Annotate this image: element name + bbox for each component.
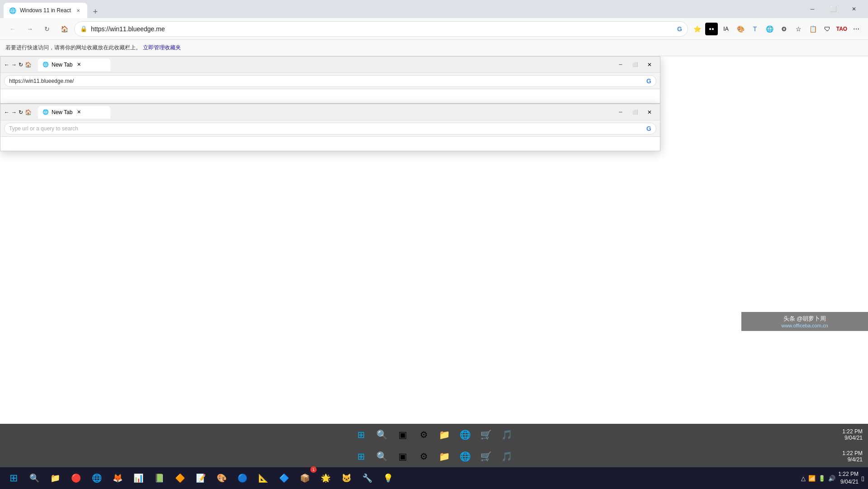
popup1-back-btn[interactable]: ← <box>4 62 9 68</box>
sim-tb2-edge-icon[interactable]: 🌐 <box>455 446 475 466</box>
popup1-refresh-btn[interactable]: ↻ <box>19 62 23 68</box>
more-button[interactable]: ⋯ <box>850 23 863 35</box>
settings-icon[interactable]: ⚙ <box>778 23 790 35</box>
popup2-close[interactable]: ✕ <box>643 106 656 119</box>
sim-tb2-settings-icon[interactable]: ⚙ <box>414 446 434 466</box>
system-clock[interactable]: 1:22 PM 9/04/21 <box>838 470 859 486</box>
ext2-icon[interactable]: 🎨 <box>734 23 747 35</box>
sim-tb2-taskview-icon[interactable]: ▣ <box>393 446 413 466</box>
firefox-button[interactable]: 🦊 <box>108 468 128 488</box>
sim-tb1-settings-icon[interactable]: ⚙ <box>414 425 434 445</box>
chrome-button[interactable]: 🔴 <box>66 468 86 488</box>
app4-button[interactable]: 📝 <box>191 468 211 488</box>
popup1-address-bar[interactable]: https://win11.blueedge.me/ G <box>4 75 656 87</box>
file-explorer-button[interactable]: 📁 <box>45 468 65 488</box>
home-button[interactable]: 🏠 <box>57 22 71 36</box>
ext3-icon[interactable]: T <box>749 23 761 35</box>
sim-tb1-windows-icon[interactable]: ⊞ <box>351 425 371 445</box>
address-bar[interactable]: 🔒 https://win11.blueedge.me G <box>74 21 688 37</box>
favorites-icon[interactable]: ☆ <box>792 23 805 35</box>
refresh-button[interactable]: ↻ <box>40 22 54 36</box>
popup1-tab[interactable]: 🌐 New Tab ✕ <box>38 58 110 71</box>
popup1-forward-btn[interactable]: → <box>11 62 17 68</box>
collections-icon[interactable]: 📋 <box>806 23 819 35</box>
google-login-button[interactable]: 登录 <box>816 69 850 85</box>
result-2-url: https://weibo.com › huluobozhou ▾ <box>18 211 362 217</box>
taskbar-right: △ 📶 🔋 🔊 1:22 PM 9/04/21 ▯ <box>801 470 864 486</box>
tab-active[interactable]: 🌐 Windows 11 in React ✕ <box>4 3 87 18</box>
app10-button[interactable]: 🌟 <box>316 468 336 488</box>
sim-tb2-store-icon[interactable]: 🛒 <box>476 446 496 466</box>
result-2-title[interactable]: 胡萝卜周 - 微博 <box>18 219 362 231</box>
result-3-title[interactable]: 胡萝卜周这个人靠谱吗？从他网站下载会不会有敲诈病毒？ - 知乎 <box>18 273 362 285</box>
popup2-back-btn[interactable]: ← <box>4 109 9 115</box>
app13-button[interactable]: 💡 <box>378 468 398 488</box>
popup2-tab-close[interactable]: ✕ <box>77 109 81 115</box>
star-icon[interactable]: ⭐ <box>691 23 703 35</box>
sim-tb2-files-icon[interactable]: 📁 <box>435 446 455 466</box>
sim-tb1-taskview-icon[interactable]: ▣ <box>393 425 413 445</box>
app12-button[interactable]: 🔧 <box>357 468 377 488</box>
app9-wrapper: 📦 1 <box>295 468 315 488</box>
flickr-icon[interactable]: ●● <box>705 23 718 35</box>
app11-button[interactable]: 🐱 <box>337 468 356 488</box>
sim-tb1-edge-icon[interactable]: 🌐 <box>455 425 475 445</box>
notification-icon[interactable]: △ <box>801 475 806 482</box>
popup2-minimize[interactable]: ─ <box>614 106 627 119</box>
tab-close-button[interactable]: ✕ <box>75 7 82 14</box>
manage-bookmarks-link[interactable]: 立即管理收藏夹 <box>143 44 181 52</box>
volume-icon[interactable]: 🔊 <box>828 475 835 482</box>
result-item-1: https://www.carrotchou.com ▾ 胡萝卜周博客- 免费软… <box>9 163 371 207</box>
minimize-button[interactable]: ─ <box>802 1 823 17</box>
app3-button[interactable]: 🔶 <box>170 468 190 488</box>
system-time: 1:22 PM <box>838 470 859 478</box>
popup2-forward-btn[interactable]: → <box>11 109 17 115</box>
app2-button[interactable]: 📗 <box>149 468 169 488</box>
google-settings-button[interactable]: ⚙ <box>774 69 790 85</box>
app6-button[interactable]: 🔵 <box>232 468 252 488</box>
popup2-tab[interactable]: 🌐 New Tab ✕ <box>38 106 110 119</box>
popup2-maximize[interactable]: ⬜ <box>628 106 642 119</box>
sim-tb1-store-icon[interactable]: 🛒 <box>476 425 496 445</box>
back-button[interactable]: ← <box>5 22 20 36</box>
result-1-arrow[interactable]: ▾ <box>93 168 96 173</box>
popup1-google-icon: G <box>646 77 651 85</box>
app8-button[interactable]: 🔷 <box>274 468 294 488</box>
popup1-tab-close[interactable]: ✕ <box>77 62 81 67</box>
popup1-close[interactable]: ✕ <box>643 58 656 71</box>
wifi-icon[interactable]: 📶 <box>808 475 816 482</box>
shield-icon[interactable]: 🛡 <box>821 23 834 35</box>
popup2-refresh-btn[interactable]: ↻ <box>19 109 23 115</box>
search-button[interactable]: 🔍 <box>24 468 44 488</box>
sim-tb1-search-icon[interactable]: 🔍 <box>372 425 392 445</box>
maximize-button[interactable]: ⬜ <box>823 1 844 17</box>
sim-tb1-files-icon[interactable]: 📁 <box>435 425 455 445</box>
popup2-address-bar[interactable]: Type url or a query to search G <box>4 123 656 134</box>
new-tab-button[interactable]: + <box>89 5 102 18</box>
app7-button[interactable]: 📐 <box>253 468 273 488</box>
show-desktop-button[interactable]: ▯ <box>861 475 864 482</box>
result-2-arrow[interactable]: ▾ <box>105 211 108 217</box>
close-button[interactable]: ✕ <box>844 1 864 17</box>
sim-tb1-spotify-icon[interactable]: 🎵 <box>497 425 517 445</box>
sim-tb2-windows-icon[interactable]: ⊞ <box>351 446 371 466</box>
result-3-arrow[interactable]: ▾ <box>107 265 109 271</box>
app5-button[interactable]: 🎨 <box>212 468 232 488</box>
ext1-icon[interactable]: IA <box>720 23 732 35</box>
edge-taskbar-button[interactable]: 🌐 <box>87 468 107 488</box>
tab-tools[interactable]: 工具 <box>827 124 850 142</box>
popup1-minimize[interactable]: ─ <box>614 58 627 71</box>
windows-start-button[interactable]: ⊞ <box>4 468 24 488</box>
result-1-title[interactable]: 胡萝卜周博客- 免费软件分享平台| 坚持不易,且行且珍惜! <box>18 176 362 188</box>
popup1-maximize[interactable]: ⬜ <box>628 58 642 71</box>
forward-button[interactable]: → <box>23 22 37 36</box>
battery-icon[interactable]: 🔋 <box>818 475 825 482</box>
tao-icon[interactable]: TAO <box>835 23 848 35</box>
app1-button[interactable]: 📊 <box>128 468 148 488</box>
google-apps-button[interactable] <box>795 69 811 85</box>
edge-icon[interactable]: 🌐 <box>763 23 776 35</box>
sim-tb2-spotify-icon[interactable]: 🎵 <box>497 446 517 466</box>
popup2-home-btn[interactable]: 🏠 <box>25 109 32 115</box>
popup1-home-btn[interactable]: 🏠 <box>25 62 32 68</box>
sim-tb2-search-icon[interactable]: 🔍 <box>372 446 392 466</box>
